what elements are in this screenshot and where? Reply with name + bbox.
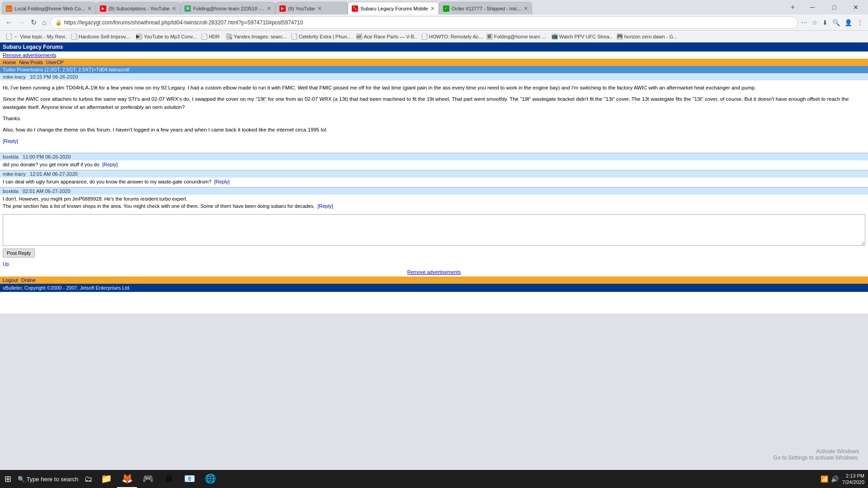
bookmark-item[interactable]: 🔍Yandex.Images: searc... (224, 33, 287, 41)
comment-1-reply-link[interactable]: [Reply] (102, 162, 118, 167)
comment-3-author-bar: boxkita 02:01 AM 06-27-2020 (0, 187, 868, 195)
settings-icon[interactable]: ⋮ (855, 18, 864, 28)
bookmark-label: HOWTO: Remotely Ac... (429, 34, 482, 39)
browser-tab-t6[interactable]: ✓Order #12777 - Shipped - mic...✕ (439, 2, 532, 14)
browser-tab-t5[interactable]: 🔧Subaru Legacy Forums Mobile✕ (348, 2, 439, 14)
tab-close-button[interactable]: ✕ (524, 5, 528, 12)
tabs-container: 🦊Local Folding@home Web Co...✕▶(9) Subsc… (2, 0, 787, 14)
bookmark-item[interactable]: 📄HOWTO: Remotely Ac... (419, 33, 482, 41)
nav-usercp-link[interactable]: UserCP (46, 60, 64, 65)
address-bar[interactable]: 🔒 (50, 16, 798, 29)
bookmark-favicon: 🖥 (486, 33, 493, 40)
bookmark-item[interactable]: 📄← View topic - My Revi... (4, 33, 67, 41)
tab-favicon: ▶ (279, 5, 286, 12)
post-reply-button[interactable]: Post Reply (3, 249, 35, 258)
tab-favicon: 🦊 (6, 5, 12, 12)
main-post-author: mike-tracy (3, 74, 26, 80)
remove-ads-bottom-link[interactable]: Remove advertisements (407, 269, 461, 275)
online-link[interactable]: Online (21, 277, 36, 283)
title-bar: 🦊Local Folding@home Web Co...✕▶(9) Subsc… (0, 0, 868, 14)
home-button[interactable]: ⌂ (40, 17, 48, 28)
footer-logout: Logout Online (0, 277, 868, 284)
bookmark-item[interactable]: 🖥Folding@home team ... (484, 33, 547, 41)
tab-close-button[interactable]: ✕ (430, 5, 435, 12)
bookmark-item[interactable]: 📄Celebrity Extra | Phun... (289, 33, 352, 41)
bookmark-item[interactable]: ▶YouTube to Mp3 Conv... (134, 33, 197, 41)
forum-site-link[interactable]: Subaru Legacy Forums (3, 44, 63, 50)
bookmark-item[interactable]: 🏎Ace Race Parts — V-B... (354, 33, 417, 41)
logout-link[interactable]: Logout (3, 277, 18, 283)
page-content: Subaru Legacy Forums Remove advertisemen… (0, 42, 868, 314)
browser-tab-t1[interactable]: 🦊Local Folding@home Web Co...✕ (2, 2, 96, 14)
bookmark-label: Celebrity Extra | Phun... (299, 34, 351, 39)
bookmark-favicon: 📄 (71, 33, 77, 40)
bookmark-item[interactable]: 📄Hardcore Self-Improv... (69, 33, 132, 41)
remove-ads-bottom: Remove advertisements (0, 267, 868, 277)
tab-label: (9) Subscriptions - YouTube (108, 6, 170, 11)
up-link[interactable]: Up (3, 261, 9, 267)
copyright-text: vBulletin; Copyright ©2000 - 2007, Jelso… (3, 285, 131, 291)
post-para-1: Hi, I've been running a jdm TD04HLA-19t … (3, 84, 865, 92)
nav-newposts-link[interactable]: New Posts (19, 60, 43, 65)
window-controls: ─ □ ✕ (802, 0, 866, 14)
remove-ads-top-link[interactable]: Remove advertisements (3, 52, 57, 58)
back-button[interactable]: ← (4, 17, 14, 28)
comment-1-body: did you donate? you get more stuff if yo… (3, 162, 99, 167)
close-button[interactable]: ✕ (845, 0, 866, 14)
tab-favicon: 🔧 (352, 5, 358, 12)
bookmark-favicon: 🎮 (617, 33, 623, 40)
bookmark-label: Watch PPV UFC Strea... (559, 34, 613, 39)
main-post-timestamp: 10:15 PM 06-26-2020 (30, 74, 78, 80)
bookmark-label: Ace Race Parts — V-B... (364, 34, 417, 39)
comment-2-author-bar: mike-tracy 12:01 AM 06-27-2020 (0, 170, 868, 178)
url-input[interactable] (64, 19, 793, 26)
breadcrumb-text: Turbo Powertrains (2.0GT, 2.5GT, 2.5XT)>… (3, 67, 129, 72)
bookmark-favicon: 🔍 (226, 33, 232, 40)
main-reply-link[interactable]: [Reply] (3, 138, 18, 144)
maximize-button[interactable]: □ (824, 0, 844, 14)
main-post-content: Hi, I've been running a jdm TD04HLA-19t … (0, 80, 868, 153)
refresh-button[interactable]: ↻ (29, 16, 38, 28)
browser-tab-t4[interactable]: ▶(9) YouTube✕ (275, 2, 348, 14)
tab-favicon: ▶ (100, 5, 106, 12)
extensions-button[interactable]: ⋯ (800, 18, 809, 28)
remove-ads-top: Remove advertisements (0, 52, 868, 59)
post-para-3: Thanks. (3, 115, 865, 122)
tab-close-button[interactable]: ✕ (172, 5, 176, 12)
reply-textarea[interactable] (3, 214, 865, 246)
profile-icon[interactable]: 👤 (843, 18, 854, 28)
forum-header: Subaru Legacy Forums (0, 42, 868, 52)
page-scroll[interactable]: Subaru Legacy Forums Remove advertisemen… (0, 42, 868, 470)
bookmark-button[interactable]: ☆ (811, 18, 819, 28)
comment-3-body-1: I don't. However, you might pm JmP688992… (3, 196, 865, 202)
nav-home-link[interactable]: Home (3, 60, 16, 65)
comment-2-reply-link[interactable]: [Reply] (214, 179, 230, 184)
comment-3-text: I don't. However, you might pm JmP688992… (0, 195, 868, 211)
bookmark-label: horizon zero dawn - G... (624, 34, 677, 39)
bookmark-item[interactable]: 📄HDR (199, 33, 222, 41)
browser-tab-t3[interactable]: 🖥Folding@home team 223518 -...✕ (180, 2, 275, 14)
lock-icon: 🔒 (55, 19, 62, 26)
bookmark-label: Hardcore Self-Improv... (79, 34, 130, 39)
tab-close-button[interactable]: ✕ (87, 5, 92, 12)
comment-2-text: I can deal with ugly forum appearance, d… (0, 178, 868, 187)
comment-3-body-2: The pnw section has a list of known shop… (3, 203, 865, 210)
download-icon[interactable]: ⬇ (821, 18, 829, 28)
browser-tab-t2[interactable]: ▶(9) Subscriptions - YouTube✕ (96, 2, 180, 14)
tab-label: Folding@home team 223518 -... (193, 6, 264, 11)
new-tab-button[interactable]: + (787, 1, 798, 13)
comment-2-body: I can deal with ugly forum appearance, d… (3, 179, 212, 184)
tab-favicon: 🖥 (184, 5, 191, 12)
tab-label: Subaru Legacy Forums Mobile (360, 6, 428, 11)
tab-label: (9) YouTube (288, 6, 315, 11)
minimize-button[interactable]: ─ (802, 0, 823, 14)
bookmarks-bar: 📄← View topic - My Revi...📄Hardcore Self… (0, 31, 868, 42)
comment-3-reply-link[interactable]: [Reply] (318, 203, 333, 209)
forward-button[interactable]: → (16, 17, 27, 28)
bookmark-item[interactable]: 📺Watch PPV UFC Strea... (549, 33, 613, 41)
tab-close-button[interactable]: ✕ (267, 5, 271, 12)
bookmark-item[interactable]: 🎮horizon zero dawn - G... (614, 33, 678, 41)
tab-close-button[interactable]: ✕ (317, 5, 322, 12)
search-icon[interactable]: 🔍 (831, 18, 841, 28)
tab-label: Order #12777 - Shipped - mic... (452, 6, 521, 11)
